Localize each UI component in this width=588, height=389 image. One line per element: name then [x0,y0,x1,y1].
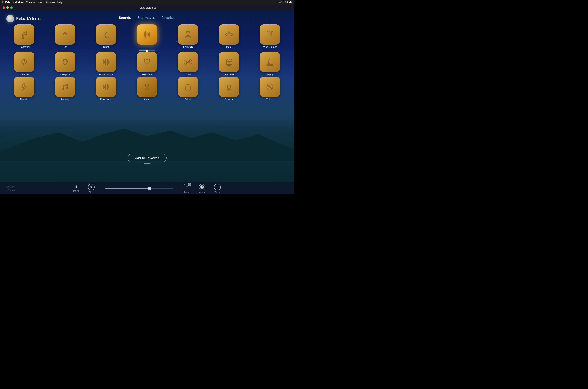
volume-track[interactable] [139,50,154,51]
sound-item-fountain[interactable]: Fountain [168,24,208,51]
sound-item-voices[interactable]: Voices [250,77,290,100]
progress-thumb[interactable] [148,187,151,190]
sound-tile-tribal[interactable] [178,77,198,97]
sound-item-pink-noise[interactable]: Pink Noise [86,77,126,100]
minimize-button[interactable] [6,6,9,9]
sound-tile-urban-rain[interactable] [219,52,239,72]
sound-item-campfire[interactable]: Campfire [45,52,85,76]
mixer-control[interactable]: ⊞ 2 Mixer [180,184,194,193]
sound-item-orchestral[interactable]: Orchestral [4,24,44,51]
svg-line-19 [225,34,226,35]
sound-label-voices: Voices [266,98,273,100]
sound-tile-voices[interactable] [260,77,280,97]
svg-point-54 [227,65,228,66]
sound-tile-cavern[interactable] [219,77,239,97]
sound-tile-night[interactable] [96,24,116,45]
alarm-label: Alarm [199,191,205,194]
titlebar: Relax Melodies [0,5,294,11]
sound-item-heartbeat[interactable]: Heartbeat [127,52,167,76]
sound-item-train[interactable]: Train [168,52,208,76]
app-main: Relax Melodies Sounds Brainwaves Favorit… [0,11,294,182]
help-menu-item[interactable]: Help [57,1,63,4]
svg-line-84 [189,90,189,91]
alarm-button[interactable]: 🕐 [199,184,206,191]
logo-moon [6,15,14,23]
maximize-button[interactable] [10,6,13,9]
sound-tile-waterfall[interactable] [14,52,34,72]
sound-label-melody: Melody [61,98,69,100]
sound-tile-zen[interactable] [55,24,75,45]
sound-tile-thunder[interactable] [14,77,34,97]
add-to-favorites-button[interactable]: Add To Favorites [127,154,166,162]
apple-menu[interactable]:  [2,1,3,4]
tab-sounds[interactable]: Sounds [119,16,131,21]
sound-tile-white-noise[interactable] [137,24,157,45]
window-title: Relax Melodies [138,6,156,9]
sound-tile-sailing[interactable] [260,52,280,72]
sound-item-wind-chimes[interactable]: Wind Chimes [250,24,290,51]
pause-label: Pause [73,190,79,192]
sound-item-tribal[interactable]: Tribal [168,77,208,100]
svg-point-86 [229,89,230,90]
sound-item-urban-rain[interactable]: Urban Rain [209,52,249,76]
clear-label: Clear [89,191,94,194]
sound-tile-fountain[interactable] [178,24,198,45]
sound-tile-melody[interactable] [55,77,75,97]
sound-label-fountain: Fountain [183,46,193,48]
close-button[interactable] [2,6,5,9]
sound-item-zen[interactable]: Zen [45,24,85,51]
mixer-button[interactable]: ⊞ 2 [184,184,190,190]
tab-favorites[interactable]: Favorites [161,16,175,21]
svg-point-17 [228,32,230,33]
sound-item-sailing[interactable]: Sailing [250,52,290,76]
window-controls [2,6,13,9]
sound-tile-campfire[interactable] [55,52,75,72]
sound-tile-heartbeat[interactable] [137,52,157,72]
mixer-label: Mixer [184,191,189,193]
sound-item-night[interactable]: Night [86,24,126,51]
sound-tile-wind-chimes[interactable] [260,24,280,45]
alarm-control[interactable]: 🕐 Alarm [194,184,210,194]
progress-control[interactable] [99,188,180,189]
timer-button[interactable]: ⏱ [214,184,221,191]
scroll-indicator [144,163,150,163]
clear-control[interactable]: ✕ Clear [84,184,99,194]
pause-icon[interactable]: ⏸ [74,185,78,189]
sound-item-astral[interactable]: Astral [127,77,167,100]
sound-item-melody[interactable]: Melody [45,77,85,100]
svg-rect-53 [226,62,232,65]
timer-label: Timer [215,191,220,194]
sound-tile-orchestral[interactable] [14,24,34,45]
logo-text: Relax Melodies [16,17,42,21]
sound-label-tribal: Tribal [185,98,191,100]
made-by: Made by I P N O S [6,186,15,192]
sound-tile-brown-noise[interactable] [96,52,116,72]
controls-menu-item[interactable]: Controls [26,1,36,4]
volume-thumb[interactable] [146,50,148,52]
sound-tile-astral[interactable] [137,77,157,97]
web-menu-item[interactable]: Web [38,1,43,4]
sound-item-thunder[interactable]: Thunder [4,77,44,100]
tab-brainwaves[interactable]: Brainwaves [138,16,155,21]
sound-label-night: Night [103,46,109,48]
sound-tile-train[interactable] [178,52,198,72]
clear-button[interactable]: ✕ [88,184,95,191]
mixer-icon: ⊞ [186,186,188,189]
volume-indicator[interactable] [138,49,155,52]
sound-item-india[interactable]: India [209,24,249,51]
sound-item-waterfall[interactable]: Waterfall [4,52,44,76]
window-menu-item[interactable]: Window [46,1,55,4]
progress-track[interactable] [105,188,173,189]
svg-line-21 [232,34,233,35]
pause-control[interactable]: ⏸ Pause [69,185,83,192]
sound-item-white-noise[interactable]: White Noise [127,24,167,51]
sound-tile-india[interactable] [219,24,239,45]
timer-control[interactable]: ⏱ Timer [210,184,225,194]
sound-item-brown-noise[interactable]: Brown Noise [86,52,126,76]
mixer-badge: 2 [188,183,191,186]
nav-tabs: Sounds Brainwaves Favorites [119,16,175,21]
svg-line-83 [186,90,187,91]
sound-item-cavern[interactable]: Cavern [209,77,249,100]
sound-tile-pink-noise[interactable] [96,77,116,97]
app-menu-item[interactable]: Relax Melodies [5,1,23,4]
